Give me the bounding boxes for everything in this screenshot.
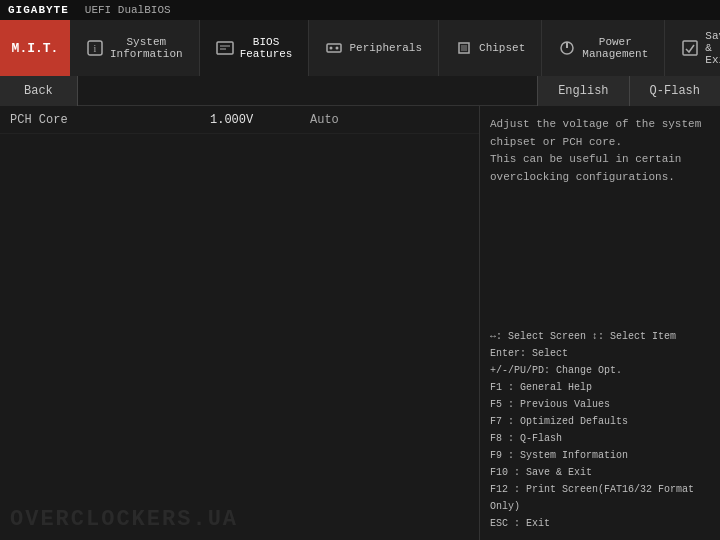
help-line: F7 : Optimized Defaults [490, 413, 710, 430]
right-panel-container: Adjust the voltage of the systemchipset … [480, 106, 720, 540]
help-line: F9 : System Information [490, 447, 710, 464]
nav-system-information[interactable]: i System Information [70, 20, 200, 76]
svg-rect-9 [461, 45, 467, 51]
svg-rect-5 [327, 44, 341, 52]
chipset-label: Chipset [479, 42, 525, 54]
main-content: PCH Core 1.000V Auto Adjust the voltage … [0, 106, 720, 540]
help-line: F10 : Save & Exit [490, 464, 710, 481]
peripherals-label: Peripherals [349, 42, 422, 54]
bios-features-icon [216, 39, 234, 57]
back-button[interactable]: Back [0, 76, 78, 106]
svg-rect-2 [217, 42, 233, 54]
nav-power-management[interactable]: Power Management [542, 20, 665, 76]
description-text: Adjust the voltage of the systemchipset … [490, 116, 710, 186]
svg-rect-12 [683, 41, 697, 55]
setting-value: 1.000V [210, 113, 310, 127]
bios-features-label: BIOS Features [240, 36, 293, 60]
svg-point-7 [336, 47, 339, 50]
top-bar: GIGABYTE UEFI DualBIOS [0, 0, 720, 20]
setting-name: PCH Core [10, 113, 210, 127]
save-exit-label: Save & Exit [705, 30, 720, 66]
help-line: F12 : Print Screen(FAT16/32 Format Only) [490, 481, 710, 515]
nav-chipset[interactable]: Chipset [439, 20, 542, 76]
help-line: ESC : Exit [490, 515, 710, 532]
help-line: Enter: Select [490, 345, 710, 362]
help-line: F5 : Previous Values [490, 396, 710, 413]
uefi-label: UEFI DualBIOS [85, 4, 171, 16]
setting-extra: Auto [310, 113, 339, 127]
power-management-label: Power Management [582, 36, 648, 60]
nav-save-exit[interactable]: Save & Exit [665, 20, 720, 76]
nav-bios-features[interactable]: BIOS Features [200, 20, 310, 76]
nav-bar: M.I.T. i System Information BIOS Feature… [0, 20, 720, 76]
mit-button[interactable]: M.I.T. [0, 20, 70, 76]
help-line: +/-/PU/PD: Change Opt. [490, 362, 710, 379]
chipset-icon [455, 39, 473, 57]
svg-text:i: i [94, 43, 97, 54]
power-management-icon [558, 39, 576, 57]
help-section: ↔: Select Screen ↕: Select Item Enter: S… [480, 320, 720, 540]
help-line: ↔: Select Screen ↕: Select Item [490, 328, 710, 345]
save-exit-icon [681, 39, 699, 57]
qflash-button[interactable]: Q-Flash [630, 76, 720, 106]
language-button[interactable]: English [537, 76, 629, 106]
table-row[interactable]: PCH Core 1.000V Auto [0, 106, 479, 134]
nav-peripherals[interactable]: Peripherals [309, 20, 439, 76]
system-information-icon: i [86, 39, 104, 57]
left-panel: PCH Core 1.000V Auto [0, 106, 480, 540]
help-line: F8 : Q-Flash [490, 430, 710, 447]
brand-logo: GIGABYTE [8, 4, 69, 16]
right-panel: Adjust the voltage of the systemchipset … [480, 106, 720, 216]
svg-point-6 [330, 47, 333, 50]
action-bar: Back English Q-Flash [0, 76, 720, 106]
peripherals-icon [325, 39, 343, 57]
system-information-label: System Information [110, 36, 183, 60]
help-line: F1 : General Help [490, 379, 710, 396]
